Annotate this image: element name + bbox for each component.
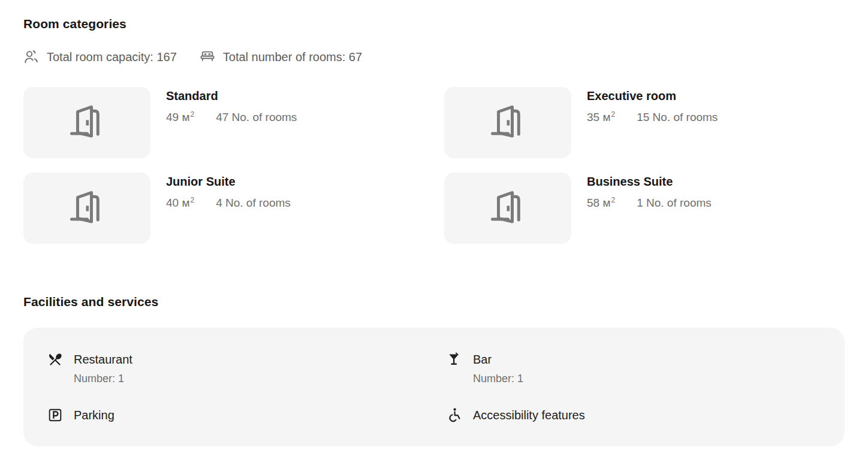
facilities-grid: Restaurant Number: 1 Bar Number: 1 [47, 352, 821, 423]
bed-icon [200, 49, 215, 65]
room-count: 47 No. of rooms [216, 110, 297, 125]
facility-body: Restaurant Number: 1 [74, 352, 132, 385]
room-count: 15 No. of rooms [637, 110, 718, 125]
room-stats: 40 м2 4 No. of rooms [166, 196, 291, 210]
facility-body: Accessibility features [473, 407, 585, 423]
facility-label: Bar [473, 352, 523, 367]
room-categories-title: Room categories [23, 16, 845, 32]
room-info: Executive room 35 м2 15 No. of rooms [587, 87, 718, 158]
bar-icon [447, 352, 462, 367]
room-name: Executive room [587, 88, 718, 104]
room-image-placeholder [23, 173, 150, 244]
room-area: 40 м2 [166, 196, 194, 210]
facility-item-restaurant: Restaurant Number: 1 [47, 352, 447, 385]
door-icon [70, 104, 104, 141]
room-area: 58 м2 [587, 196, 615, 210]
door-icon [70, 190, 104, 227]
room-summary-row: Total room capacity: 167 Total number of… [23, 49, 845, 65]
total-number-of-rooms: Total number of rooms: 67 [200, 49, 362, 65]
total-room-capacity: Total room capacity: 167 [23, 49, 177, 65]
room-name: Standard [166, 88, 297, 104]
room-image-placeholder [444, 87, 571, 158]
room-stats: 49 м2 47 No. of rooms [166, 110, 297, 125]
facility-item-parking: Parking [47, 407, 447, 423]
room-count: 4 No. of rooms [216, 196, 291, 210]
room-stats: 58 м2 1 No. of rooms [587, 196, 712, 210]
facility-detail: Number: 1 [74, 372, 132, 385]
total-number-of-rooms-label: Total number of rooms: 67 [223, 49, 362, 65]
facility-body: Parking [74, 407, 114, 423]
room-name: Junior Suite [166, 174, 291, 189]
room-stats: 35 м2 15 No. of rooms [587, 110, 718, 125]
restaurant-icon [47, 352, 63, 367]
room-count: 1 No. of rooms [637, 196, 712, 210]
room-info: Standard 49 м2 47 No. of rooms [166, 87, 297, 158]
room-image-placeholder [444, 173, 571, 244]
room-info: Junior Suite 40 м2 4 No. of rooms [166, 173, 291, 244]
room-card-executive-room: Executive room 35 м2 15 No. of rooms [444, 87, 845, 158]
room-card-junior-suite: Junior Suite 40 м2 4 No. of rooms [23, 173, 444, 244]
people-icon [23, 49, 39, 65]
room-name: Business Suite [587, 174, 712, 189]
facility-label: Accessibility features [473, 407, 585, 423]
room-image-placeholder [23, 87, 150, 158]
facility-detail: Number: 1 [473, 372, 523, 385]
total-room-capacity-label: Total room capacity: 167 [47, 49, 177, 65]
facilities-section: Facilities and services Restaurant Numbe… [23, 294, 845, 446]
facilities-title: Facilities and services [23, 294, 845, 310]
door-icon [491, 190, 525, 227]
room-card-business-suite: Business Suite 58 м2 1 No. of rooms [444, 173, 845, 244]
room-categories-section: Room categories Total room capacity: 167 [23, 16, 845, 244]
parking-icon [47, 407, 63, 423]
facility-label: Parking [74, 407, 114, 423]
room-area: 49 м2 [166, 110, 194, 125]
hotel-details-page: Room categories Total room capacity: 167 [0, 0, 868, 446]
room-info: Business Suite 58 м2 1 No. of rooms [587, 173, 712, 244]
facility-label: Restaurant [74, 352, 132, 367]
facilities-panel: Restaurant Number: 1 Bar Number: 1 [23, 328, 845, 446]
accessibility-icon [447, 407, 462, 423]
room-card-standard: Standard 49 м2 47 No. of rooms [23, 87, 444, 158]
facility-item-bar: Bar Number: 1 [447, 352, 821, 385]
room-area: 35 м2 [587, 110, 615, 125]
facility-body: Bar Number: 1 [473, 352, 523, 385]
door-icon [491, 104, 525, 141]
room-cards-grid: Standard 49 м2 47 No. of rooms [23, 87, 845, 244]
facility-item-accessibility: Accessibility features [447, 407, 821, 423]
